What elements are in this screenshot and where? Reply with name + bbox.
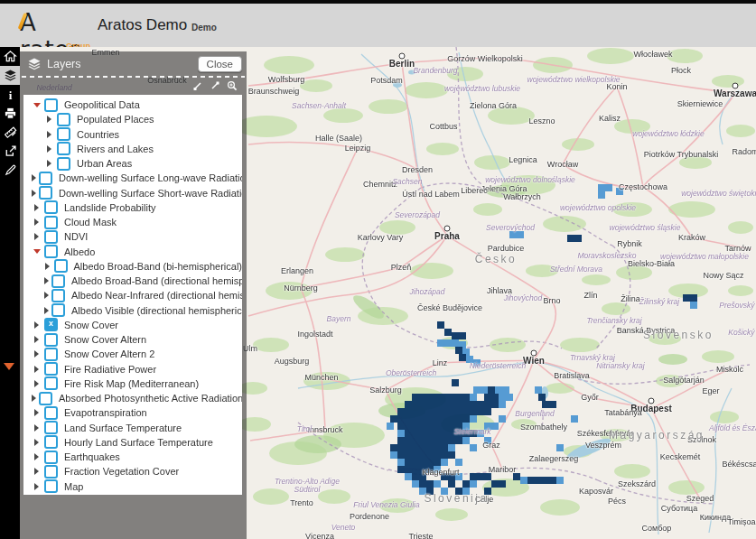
layer-item[interactable]: Albedo Broad-Band (bi-hemispherical) xyxy=(23,259,242,274)
zoom-in-icon[interactable] xyxy=(227,80,238,91)
layer-item[interactable]: Snow Cover Altern xyxy=(23,332,242,347)
layer-checkbox[interactable] xyxy=(44,451,58,464)
layer-item[interactable]: Geopolitical Data xyxy=(23,98,242,112)
expand-arrow-icon[interactable] xyxy=(44,145,54,153)
layer-item[interactable]: Down-welling Surface Short-wave Radiatio… xyxy=(23,186,242,200)
close-button[interactable]: Close xyxy=(198,56,242,72)
layer-checkbox[interactable] xyxy=(44,230,58,244)
layer-item[interactable]: Albedo Broad-Band (directional hemispher… xyxy=(23,274,242,288)
layer-item[interactable]: Map xyxy=(23,479,242,494)
layer-item[interactable]: Snow Cover xyxy=(23,318,242,332)
expand-arrow-icon[interactable] xyxy=(32,439,42,446)
expand-arrow-icon[interactable] xyxy=(32,483,42,490)
expand-arrow-icon[interactable] xyxy=(44,263,51,270)
layer-checkbox[interactable] xyxy=(44,348,58,361)
layer-item[interactable]: Populated Places xyxy=(23,112,242,126)
expand-arrow-icon[interactable] xyxy=(32,174,36,181)
layer-item[interactable]: Snow Cover Altern 2 xyxy=(23,347,242,361)
region-label: Trentino-Alto Adige xyxy=(275,477,340,486)
city-label: Rybnik xyxy=(617,239,642,248)
layer-item[interactable]: Albedo Visible (directional hemispherica… xyxy=(23,303,242,318)
layer-item[interactable]: Hourly Land Surface Temperature xyxy=(23,435,242,450)
layer-checkbox[interactable] xyxy=(44,421,58,434)
draw-line-icon[interactable] xyxy=(192,80,203,91)
expand-arrow-icon[interactable] xyxy=(32,453,42,460)
layer-checkbox[interactable] xyxy=(57,113,70,126)
demo-link[interactable]: Demo xyxy=(191,23,217,33)
expand-arrow-icon[interactable] xyxy=(32,321,42,329)
layer-checkbox[interactable] xyxy=(44,216,58,229)
expand-arrow-icon[interactable] xyxy=(32,204,42,211)
layer-checkbox[interactable] xyxy=(44,333,58,347)
layer-checkbox[interactable] xyxy=(39,186,52,200)
collapse-arrow-icon[interactable] xyxy=(32,249,42,254)
layer-checkbox[interactable] xyxy=(44,406,58,420)
draw-shape-icon[interactable] xyxy=(210,80,220,91)
expand-arrow-icon[interactable] xyxy=(32,190,36,197)
layer-item[interactable]: Down-welling Surface Long-wave Radiation… xyxy=(23,171,242,185)
layer-item[interactable]: Countries xyxy=(23,127,242,142)
expand-arrow-icon[interactable] xyxy=(44,277,49,284)
layer-item[interactable]: NDVI xyxy=(23,229,242,244)
layers-icon[interactable] xyxy=(0,66,20,85)
layer-checkbox[interactable] xyxy=(44,98,58,112)
layer-checkbox[interactable] xyxy=(44,479,58,493)
layer-checkbox[interactable] xyxy=(51,274,65,288)
collapse-arrow-icon[interactable] xyxy=(32,103,42,107)
layer-checkbox[interactable] xyxy=(57,157,70,171)
layer-label: Snow Cover Altern xyxy=(64,334,146,345)
layer-item[interactable]: Fire Radiative Power xyxy=(23,362,242,376)
share-icon[interactable] xyxy=(0,142,20,161)
city-label: Celje xyxy=(475,495,494,504)
expand-arrow-icon[interactable] xyxy=(32,409,42,416)
expand-arrow-icon[interactable] xyxy=(32,380,42,387)
layer-checkbox[interactable] xyxy=(51,303,65,317)
info-icon[interactable]: i xyxy=(0,85,20,104)
layer-item[interactable]: Rivers and Lakes xyxy=(23,142,242,156)
measure-icon[interactable] xyxy=(0,123,20,142)
layer-item[interactable]: Land Surface Temperature xyxy=(23,421,242,435)
layer-checkbox[interactable] xyxy=(39,172,52,185)
layer-checkbox[interactable] xyxy=(44,465,58,479)
layer-item[interactable]: Absorbed Photosynthetic Active Radiation xyxy=(23,391,242,405)
layer-checkbox[interactable] xyxy=(54,259,68,273)
expand-arrow-icon[interactable] xyxy=(32,366,42,373)
layer-checkbox[interactable] xyxy=(51,289,65,302)
aratos-logo[interactable]: Aratos Group xyxy=(20,9,90,45)
print-icon[interactable] xyxy=(0,104,20,123)
layer-item[interactable]: Fire Risk Map (Mediterranean) xyxy=(23,376,242,391)
layer-item[interactable]: Albedo xyxy=(23,245,242,259)
layer-item[interactable]: Earthquakes xyxy=(23,450,242,464)
expand-arrow-icon[interactable] xyxy=(44,116,54,123)
expand-arrow-icon[interactable] xyxy=(32,350,42,358)
expand-arrow-icon[interactable] xyxy=(32,336,42,343)
panel-toggle-arrow[interactable] xyxy=(4,363,14,370)
expand-arrow-icon[interactable] xyxy=(44,131,54,138)
expand-arrow-icon[interactable] xyxy=(32,218,42,226)
layer-item[interactable]: Urban Areas xyxy=(23,156,242,171)
layer-checkbox[interactable] xyxy=(57,127,70,141)
home-icon[interactable] xyxy=(0,47,20,66)
edit-icon[interactable] xyxy=(0,161,20,180)
country-label: Slovenija xyxy=(424,492,488,505)
layer-checkbox[interactable] xyxy=(44,362,58,376)
layer-checkbox[interactable] xyxy=(44,245,58,258)
layer-item[interactable]: Evapotranspiration xyxy=(23,405,242,420)
expand-arrow-icon[interactable] xyxy=(32,468,42,475)
layer-item[interactable]: Landslide Probability xyxy=(23,200,242,215)
expand-arrow-icon[interactable] xyxy=(32,424,42,432)
layer-item[interactable]: Albedo Near-Infrared (directional hemisp… xyxy=(23,288,242,302)
expand-arrow-icon[interactable] xyxy=(32,233,42,240)
expand-arrow-icon[interactable] xyxy=(32,395,36,402)
expand-arrow-icon[interactable] xyxy=(44,307,49,314)
layer-checkbox[interactable] xyxy=(44,376,58,390)
layer-checkbox[interactable] xyxy=(44,200,58,214)
layer-item[interactable]: Cloud Mask xyxy=(23,215,242,229)
expand-arrow-icon[interactable] xyxy=(44,160,54,167)
layer-item[interactable]: Fraction Vegetation Cover xyxy=(23,464,242,479)
layer-checkbox[interactable] xyxy=(39,392,52,405)
expand-arrow-icon[interactable] xyxy=(44,292,49,299)
layer-checkbox[interactable] xyxy=(44,318,58,331)
layer-checkbox[interactable] xyxy=(44,435,58,449)
layer-checkbox[interactable] xyxy=(57,142,70,155)
